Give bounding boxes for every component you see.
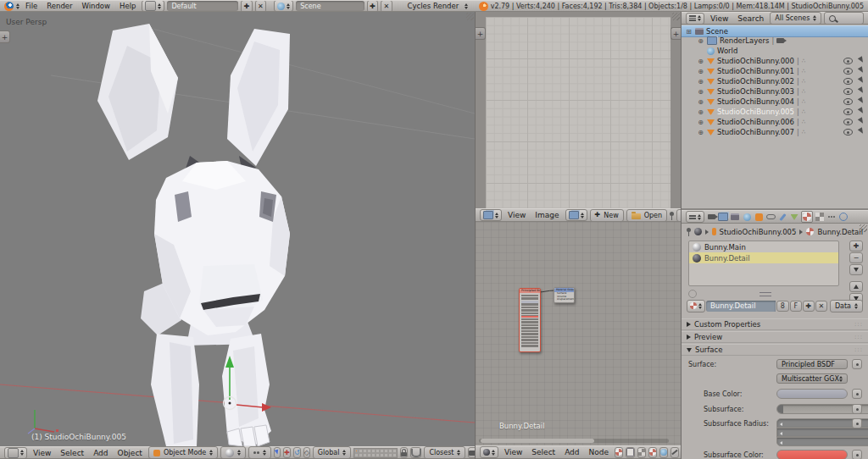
selectability-toggle[interactable]	[860, 118, 865, 126]
outliner-menu-search[interactable]: Search	[734, 14, 767, 23]
tab-render[interactable]	[706, 212, 716, 222]
selectability-toggle[interactable]	[860, 67, 865, 75]
scene-browse-icon[interactable]	[274, 0, 293, 12]
img-menu-image[interactable]: Image	[531, 211, 562, 219]
base-color-socket-swatch[interactable]	[521, 301, 538, 303]
tab-modifiers[interactable]	[777, 212, 787, 222]
material-slot-list[interactable]: Bunny.Main Bunny.Detail	[688, 241, 839, 286]
editor-type-button[interactable]	[4, 447, 27, 459]
screen-layout-icon[interactable]	[142, 0, 164, 12]
base-color-link-button[interactable]	[852, 389, 862, 399]
selectability-toggle[interactable]	[860, 128, 865, 136]
3d-viewport[interactable]: User Persp + (1) StudioOchiBunny.005 Vie…	[0, 12, 475, 459]
material-slot-selected[interactable]: Bunny.Detail	[689, 252, 838, 263]
panel-custom-properties[interactable]: Custom Properties :::	[682, 318, 868, 330]
fake-user-button[interactable]: F	[790, 301, 802, 312]
outliner-menu-view[interactable]: View	[707, 14, 732, 23]
add-scene-button[interactable]: ✚	[367, 0, 378, 12]
menu-help[interactable]: Help	[116, 2, 139, 10]
subsurface-color-swatch[interactable]	[776, 450, 848, 459]
visibility-toggle[interactable]	[843, 119, 853, 125]
renderable-icon[interactable]	[776, 38, 784, 43]
viewport-shading-select[interactable]	[220, 446, 246, 459]
outliner-row-object[interactable]: ⊕ StudioOchiBunny.001|∴	[682, 66, 868, 76]
tab-physics[interactable]	[838, 212, 849, 222]
shader-type-line-button[interactable]	[637, 447, 646, 458]
tab-material-active[interactable]	[801, 211, 813, 223]
menu-file[interactable]: File	[22, 2, 41, 10]
add-layout-button[interactable]: ✚	[241, 0, 252, 12]
mode-select[interactable]: Object Mode	[148, 446, 218, 459]
collapse-icon[interactable]: ⊞	[685, 28, 693, 36]
area-corner-grip[interactable]	[672, 13, 680, 20]
material-name-field[interactable]: Bunny.Detail	[706, 301, 776, 312]
delete-layout-button[interactable]: ✕	[255, 0, 266, 12]
blender-logo-icon[interactable]	[4, 2, 14, 11]
visibility-toggle[interactable]	[843, 88, 853, 95]
menu-window[interactable]: Window	[79, 2, 114, 10]
editor-type-chevron-icon[interactable]	[16, 3, 19, 9]
new-material-button[interactable]: ✚	[803, 301, 815, 312]
node-menu-add[interactable]: Add	[561, 448, 582, 456]
slot-specials-button[interactable]	[849, 264, 863, 275]
breadcrumb-object[interactable]: StudioOchiBunny.005	[720, 228, 797, 236]
manipulator-toggle[interactable]	[274, 447, 281, 458]
visibility-toggle[interactable]	[843, 129, 853, 135]
tab-particles[interactable]	[826, 212, 837, 222]
image-browse-button[interactable]	[565, 209, 587, 221]
editor-type-button[interactable]	[480, 209, 502, 221]
opengl-render-button[interactable]	[468, 447, 475, 458]
expand-icon[interactable]: ⊕	[697, 129, 704, 136]
tab-object[interactable]	[754, 212, 764, 222]
add-slot-button[interactable]: ✚	[849, 241, 863, 252]
panel-surface[interactable]: Surface :::	[682, 344, 868, 356]
outliner-row-object[interactable]: ⊕ StudioOchiBunny.006|∴	[682, 117, 868, 127]
shader-link-button[interactable]	[852, 359, 862, 369]
selectability-toggle[interactable]	[860, 77, 865, 86]
expand-icon[interactable]: ⊕	[697, 119, 704, 126]
pin-toggle[interactable]	[670, 210, 674, 221]
visibility-toggle[interactable]	[843, 108, 853, 115]
material-slot[interactable]: Bunny.Main	[689, 241, 838, 252]
expand-icon[interactable]: ⊕	[697, 78, 704, 86]
selectability-toggle[interactable]	[860, 57, 865, 65]
outliner-row-object[interactable]: ⊕ StudioOchiBunny.004|∴	[682, 97, 868, 107]
layers-widget[interactable]	[353, 448, 398, 458]
node-material-output[interactable]: Material Output Surface Volume Displacem…	[554, 287, 575, 303]
outliner-row-object[interactable]: ⊕ StudioOchiBunny.002|∴	[682, 76, 868, 86]
tab-world[interactable]	[742, 212, 752, 222]
subsurface-color-socket-swatch[interactable]	[521, 316, 538, 318]
panel-preview[interactable]: Preview :::	[682, 331, 868, 343]
visibility-toggle[interactable]	[843, 58, 853, 64]
snap-target-select[interactable]: Closest	[424, 446, 465, 459]
node-menu-select[interactable]: Select	[528, 448, 559, 456]
subsurface-color-link-button[interactable]	[852, 450, 862, 459]
engine-chevron-icon[interactable]	[465, 3, 468, 9]
image-view-mode-select[interactable]: View	[676, 209, 681, 222]
outliner-row-world[interactable]: World	[682, 46, 868, 56]
expand-icon[interactable]: ⊕	[697, 98, 704, 106]
scene-name-field[interactable]: Scene	[296, 1, 364, 11]
panel-drag-dots[interactable]: :::	[854, 334, 863, 340]
img-menu-view[interactable]: View	[504, 211, 529, 219]
image-right-region-tab[interactable]: +	[670, 27, 681, 40]
expand-icon[interactable]: ⊕	[697, 108, 704, 116]
pivot-point-select[interactable]	[248, 446, 271, 459]
socket-displacement[interactable]: Displacement	[554, 298, 574, 301]
outliner-row-object[interactable]: ⊕ StudioOchiBunny.007|∴	[682, 127, 868, 137]
panel-drag-dots[interactable]: :::	[854, 346, 863, 353]
tab-data[interactable]	[789, 212, 799, 222]
panel-drag-dots[interactable]: :::	[854, 321, 863, 328]
slot-object-button[interactable]	[648, 447, 657, 458]
manipulator-scale-button[interactable]: ◇	[303, 447, 310, 458]
preview-toggle-icon[interactable]	[688, 290, 697, 298]
surface-shader-select[interactable]: Principled BSDF	[776, 359, 848, 369]
image-left-region-tab[interactable]: +	[476, 27, 486, 40]
editor-type-button[interactable]	[686, 211, 704, 223]
render-engine-select[interactable]: Cycles Render	[404, 2, 463, 10]
node-editor[interactable]: Principled BSDF Material Output Surface …	[476, 222, 681, 445]
selectability-toggle[interactable]	[860, 97, 865, 106]
visibility-toggle[interactable]	[843, 98, 853, 105]
unlink-material-button[interactable]: ✕	[815, 301, 827, 312]
visibility-toggle[interactable]	[843, 78, 853, 85]
